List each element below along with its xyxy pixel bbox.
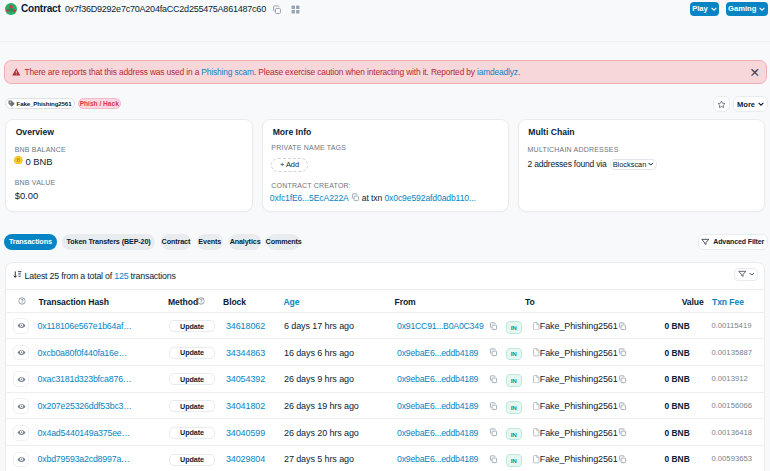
svg-text:B: B (17, 157, 21, 163)
svg-text:?: ? (20, 299, 23, 304)
svg-text:?: ? (199, 299, 202, 304)
